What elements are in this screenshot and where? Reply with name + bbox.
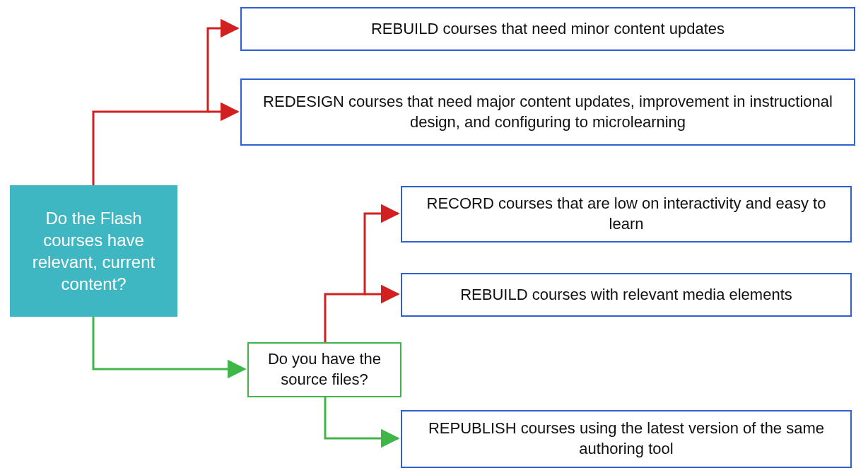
outcome-republish: REPUBLISH courses using the latest versi…	[401, 410, 852, 468]
question-flash-content: Do the Flash courses have relevant, curr…	[10, 185, 177, 317]
question-source-files: Do you have the source files?	[247, 342, 401, 397]
outcome-rebuild-minor: REBUILD courses that need minor content …	[240, 7, 855, 51]
outcome-record: RECORD courses that are low on interacti…	[401, 186, 852, 243]
flowchart: Do the Flash courses have relevant, curr…	[0, 0, 868, 473]
outcome-redesign: REDESIGN courses that need major content…	[240, 78, 855, 146]
outcome-rebuild-media: REBUILD courses with relevant media elem…	[401, 273, 852, 317]
